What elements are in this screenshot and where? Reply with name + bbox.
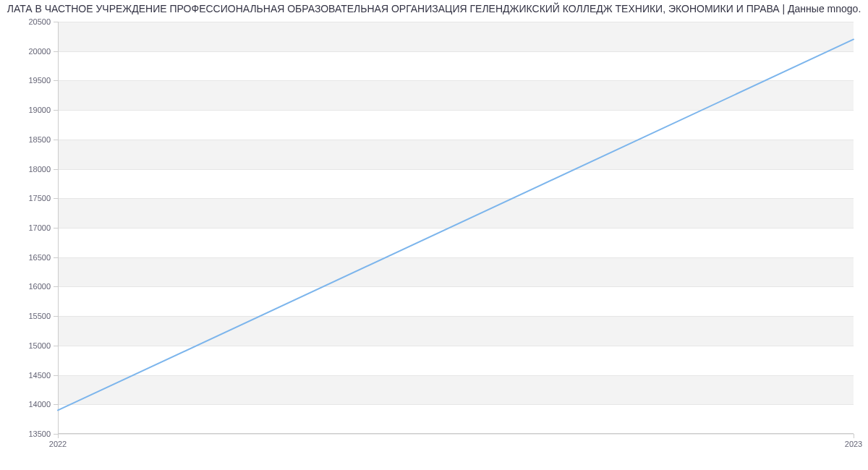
- y-tick: [54, 286, 58, 287]
- y-tick-label: 15500: [28, 312, 51, 320]
- y-tick-label: 17000: [28, 223, 51, 232]
- line-layer: [58, 22, 854, 434]
- y-tick-label: 15000: [28, 341, 51, 350]
- x-tick-label: 2023: [845, 440, 862, 448]
- y-tick-label: 20500: [28, 17, 51, 26]
- y-tick: [54, 198, 58, 199]
- y-tick: [54, 228, 58, 228]
- y-tick: [54, 169, 58, 170]
- series-line: [58, 39, 854, 410]
- y-tick-label: 14500: [28, 371, 51, 380]
- y-tick-label: 18000: [28, 165, 51, 174]
- y-tick: [54, 51, 58, 52]
- x-tick: [854, 434, 854, 438]
- chart-plot-area: 1350014000145001500015500160001650017000…: [58, 22, 854, 434]
- y-tick-label: 14000: [28, 400, 51, 409]
- y-tick-label: 20000: [28, 47, 51, 56]
- y-tick-label: 19500: [28, 76, 51, 85]
- y-tick-label: 16000: [28, 282, 51, 291]
- y-tick: [54, 257, 58, 258]
- y-tick: [54, 110, 58, 111]
- y-tick: [54, 316, 58, 317]
- y-tick-label: 13500: [28, 430, 51, 438]
- x-tick: [58, 434, 59, 438]
- y-tick: [54, 22, 58, 22]
- y-tick: [54, 140, 58, 140]
- y-tick: [54, 375, 58, 376]
- x-tick-label: 2022: [49, 440, 67, 448]
- y-tick-label: 17500: [28, 194, 51, 202]
- y-tick: [54, 80, 58, 81]
- y-tick-label: 16500: [28, 253, 51, 262]
- y-tick-label: 19000: [28, 106, 51, 114]
- grid-line: [58, 434, 854, 435]
- y-tick-label: 18500: [28, 135, 51, 144]
- y-tick: [54, 346, 58, 346]
- chart-title: ЛАТА В ЧАСТНОЕ УЧРЕЖДЕНИЕ ПРОФЕССИОНАЛЬН…: [0, 3, 868, 14]
- y-tick: [54, 404, 58, 405]
